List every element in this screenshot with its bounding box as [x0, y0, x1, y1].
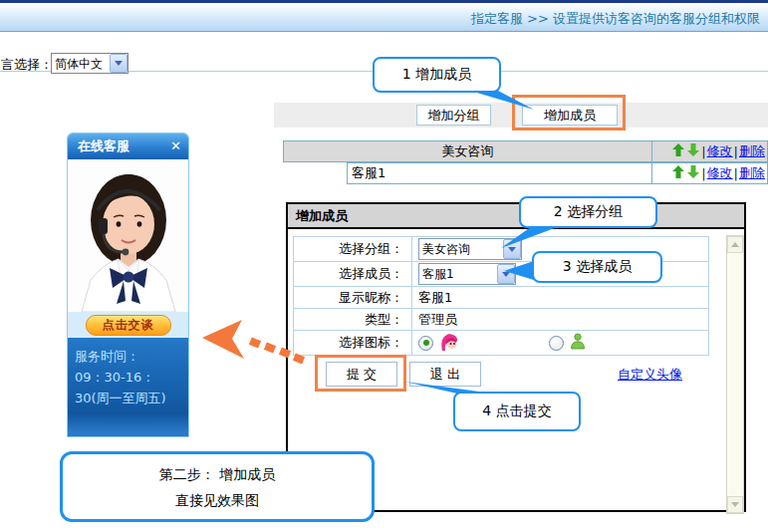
- member-modify-link[interactable]: 修改: [707, 164, 733, 182]
- girl-avatar-icon: [439, 332, 459, 355]
- chevron-down-icon[interactable]: [497, 264, 515, 284]
- chat-widget: 在线客服 ✕: [67, 133, 189, 437]
- summary-line1: 第二步： 增加成员: [159, 461, 275, 487]
- callout-summary: 第二步： 增加成员 直接见效果图: [60, 451, 375, 522]
- exit-button[interactable]: 退 出: [409, 362, 481, 387]
- icon-radio-person[interactable]: [549, 336, 564, 351]
- service-hours: 服务时间： 09：30-16：30(周一至周五): [68, 338, 188, 437]
- scroll-down-icon[interactable]: [727, 496, 743, 513]
- separator: |: [734, 166, 738, 181]
- move-down-icon[interactable]: [687, 143, 699, 159]
- page: 指定客服 >> 设置提供访客咨询的客服分组和权限 言选择： 简体中文 增加分组 …: [0, 0, 768, 532]
- panel-title: 增加成员: [288, 204, 744, 229]
- group-select[interactable]: 美女咨询: [418, 238, 522, 260]
- service-hours-time: 09：30-16：30(周一至周五): [75, 367, 181, 408]
- group-header-row: 美女咨询 | 修改 | 删除: [283, 140, 768, 162]
- panel-scrollbar[interactable]: [726, 235, 744, 514]
- member-field-label: 选择成员：: [294, 262, 412, 286]
- type-field-label: 类型：: [294, 309, 412, 330]
- language-select-value: 简体中文: [52, 54, 110, 73]
- member-select-value: 客服1: [419, 264, 497, 284]
- top-bar: 指定客服 >> 设置提供访客咨询的客服分组和权限: [0, 0, 768, 32]
- callout-step4: 4 点击提交: [453, 392, 581, 431]
- agent-photo: [68, 159, 188, 312]
- callout-step1: 1 增加成员: [373, 57, 501, 93]
- highlight-box-add-member: [512, 95, 626, 131]
- separator: |: [701, 166, 705, 181]
- move-down-icon[interactable]: [687, 165, 699, 181]
- group-delete-link[interactable]: 删除: [739, 142, 765, 160]
- member-delete-link[interactable]: 删除: [739, 164, 765, 182]
- summary-line2: 直接见效果图: [175, 487, 259, 513]
- add-group-button[interactable]: 增加分组: [416, 105, 491, 126]
- chevron-down-icon[interactable]: [503, 239, 521, 259]
- icon-field-label: 选择图标：: [294, 331, 412, 355]
- group-select-value: 美女咨询: [419, 239, 503, 259]
- close-icon[interactable]: ✕: [170, 133, 181, 159]
- move-up-icon[interactable]: [672, 143, 684, 159]
- member-select[interactable]: 客服1: [418, 263, 516, 285]
- chat-button-strip: 点击交谈: [68, 312, 188, 338]
- scroll-up-icon[interactable]: [727, 236, 743, 253]
- highlight-box-submit: [315, 355, 406, 392]
- type-value: 管理员: [412, 311, 708, 329]
- callout-step3: 3 选择成员: [532, 251, 662, 283]
- group-modify-link[interactable]: 修改: [707, 142, 733, 160]
- separator: |: [701, 144, 705, 159]
- nickname-field-label: 显示昵称：: [294, 287, 412, 308]
- group-field-label: 选择分组：: [294, 237, 412, 261]
- custom-avatar-link[interactable]: 自定义头像: [618, 366, 682, 384]
- separator: |: [734, 144, 738, 159]
- language-label: 言选择：: [1, 56, 53, 74]
- nickname-value: 客服1: [412, 289, 708, 307]
- icon-radio-girl[interactable]: [418, 336, 433, 351]
- move-up-icon[interactable]: [672, 165, 684, 181]
- member-name: 客服1: [348, 163, 651, 183]
- chevron-down-icon[interactable]: [110, 54, 128, 73]
- person-avatar-icon: [570, 333, 586, 353]
- group-name: 美女咨询: [284, 141, 651, 161]
- member-row: 客服1 | 修改 | 删除: [347, 162, 768, 184]
- service-hours-label: 服务时间：: [75, 346, 181, 367]
- chat-now-button[interactable]: 点击交谈: [86, 315, 171, 336]
- breadcrumb: 指定客服 >> 设置提供访客咨询的客服分组和权限: [471, 10, 760, 28]
- callout-step2: 2 选择分组: [519, 196, 657, 228]
- chat-widget-titlebar: 在线客服 ✕: [68, 133, 188, 159]
- chat-widget-title: 在线客服: [78, 138, 129, 153]
- language-select[interactable]: 简体中文: [51, 53, 128, 74]
